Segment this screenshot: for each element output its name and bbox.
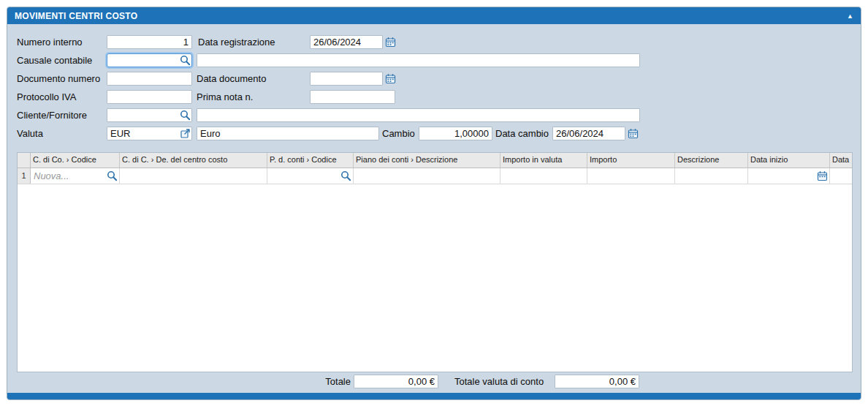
table-row: 1 (18, 168, 852, 184)
cell-centro-costo-codice[interactable] (31, 168, 120, 184)
col-header-data-inizio[interactable]: Data inizio (748, 153, 830, 168)
prima-nota-label: Prima nota n. (197, 90, 253, 104)
cell-piano-conti-descrizione[interactable] (354, 168, 500, 184)
grid-corner-cell (18, 153, 31, 168)
row-number: 1 (18, 168, 31, 184)
causale-contabile-descrizione-field[interactable] (197, 53, 640, 67)
page-title: MOVIMENTI CENTRI COSTO (15, 11, 137, 21)
totale-valuta-di-conto-field[interactable] (555, 375, 639, 388)
data-documento-field[interactable] (310, 72, 383, 86)
cell-centro-costo-descrizione[interactable] (120, 168, 267, 184)
descrizione-input[interactable] (675, 168, 747, 184)
importo-input[interactable] (587, 168, 674, 184)
cell-importo-in-valuta[interactable] (500, 168, 587, 184)
calendar-icon[interactable] (385, 37, 396, 48)
col-header-data[interactable]: Data (830, 153, 853, 168)
numero-interno-label: Numero interno (17, 35, 83, 49)
cell-data-inizio[interactable] (748, 168, 830, 184)
causale-contabile-label: Causale contabile (17, 53, 92, 67)
totale-valuta-di-conto-label: Totale valuta di conto (454, 375, 544, 388)
valuta-label: Valuta (17, 127, 43, 140)
cliente-fornitore-label: Cliente/Fornitore (17, 108, 87, 122)
cambio-field[interactable] (419, 127, 492, 140)
search-icon[interactable] (340, 170, 351, 181)
cambio-label: Cambio (382, 127, 415, 140)
prima-nota-field[interactable] (310, 90, 395, 104)
col-header-descrizione[interactable]: Descrizione (675, 153, 748, 168)
currency-lookup-icon[interactable] (180, 128, 191, 139)
movimenti-grid: C. di Co. › Codice C. di C. › De. del ce… (17, 152, 853, 372)
search-icon[interactable] (180, 55, 191, 66)
cell-descrizione[interactable] (675, 168, 748, 184)
search-icon[interactable] (107, 170, 118, 181)
totale-label: Totale (321, 375, 351, 388)
calendar-icon[interactable] (385, 73, 396, 84)
protocollo-iva-field[interactable] (107, 90, 192, 104)
totale-field[interactable] (354, 375, 438, 388)
collapse-panel-icon[interactable]: ▲ (847, 12, 853, 20)
cell-importo[interactable] (587, 168, 675, 184)
cliente-fornitore-descrizione-field[interactable] (197, 108, 640, 122)
data-fine-input[interactable] (830, 168, 853, 184)
window-bottom-bar (7, 393, 861, 399)
data-registrazione-label: Data registrazione (198, 35, 275, 49)
data-documento-label: Data documento (197, 72, 266, 86)
col-header-importo[interactable]: Importo (587, 153, 675, 168)
calendar-icon[interactable] (817, 170, 828, 181)
numero-interno-field[interactable] (107, 35, 192, 49)
documento-numero-field[interactable] (107, 72, 192, 86)
centro-costo-codice-input[interactable] (31, 168, 119, 184)
cell-piano-conti-codice[interactable] (267, 168, 354, 184)
search-icon[interactable] (180, 110, 191, 121)
col-header-cdc-descrizione[interactable]: C. di C. › De. del centro costo (120, 153, 267, 168)
data-cambio-field[interactable] (552, 127, 625, 140)
window-titlebar[interactable]: MOVIMENTI CENTRI COSTO ▲ (7, 7, 861, 24)
col-header-pianodeiconti-descrizione[interactable]: Piano dei conti › Descrizione (354, 153, 500, 168)
centro-costo-descrizione-input[interactable] (120, 168, 267, 184)
importo-in-valuta-input[interactable] (500, 168, 587, 184)
protocollo-iva-label: Protocollo IVA (17, 90, 76, 104)
valuta-descrizione-field[interactable] (197, 127, 379, 140)
movimenti-centri-costo-window: MOVIMENTI CENTRI COSTO ▲ Numero interno … (7, 7, 861, 400)
grid-header-row: C. di Co. › Codice C. di C. › De. del ce… (18, 153, 852, 168)
col-header-pdconti-codice[interactable]: P. d. conti › Codice (267, 153, 354, 168)
data-registrazione-field[interactable] (310, 35, 383, 49)
data-cambio-label: Data cambio (495, 127, 549, 140)
col-header-cdco-codice[interactable]: C. di Co. › Codice (31, 153, 120, 168)
documento-numero-label: Documento numero (17, 72, 100, 86)
cell-data-fine[interactable] (830, 168, 853, 184)
calendar-icon[interactable] (628, 128, 639, 139)
piano-conti-descrizione-input[interactable] (354, 168, 500, 184)
col-header-importo-in-valuta[interactable]: Importo in valuta (500, 153, 587, 168)
